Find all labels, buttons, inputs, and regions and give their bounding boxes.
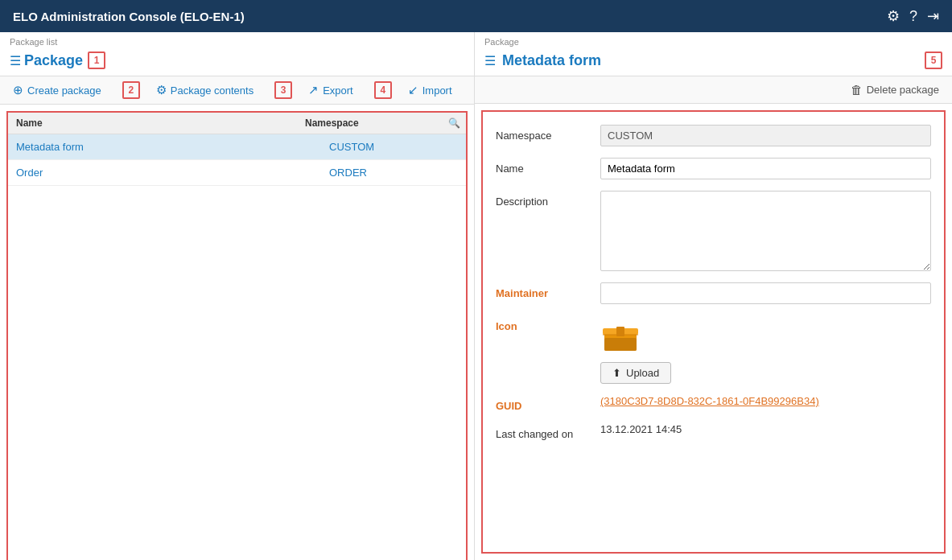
left-panel-title-row: ☰ Package 1 (0, 48, 474, 76)
maintainer-label: Maintainer (496, 282, 600, 299)
name-label: Name (496, 158, 600, 175)
package-icon-box (600, 315, 641, 356)
left-panel-title: Package (24, 52, 83, 69)
right-toolbar: 🗑 Delete package (475, 76, 952, 104)
package-table: Name Namespace 🔍 Metadata form CUSTOM Or… (6, 111, 468, 560)
create-package-button[interactable]: ⊕ Create package (10, 81, 105, 99)
list-icon-right: ☰ (484, 53, 496, 68)
form-row-maintainer: Maintainer (496, 282, 931, 304)
last-changed-label: Last changed on (496, 423, 600, 440)
table-header: Name Namespace 🔍 (8, 113, 466, 134)
left-panel-breadcrumb: Package list (0, 32, 474, 48)
right-panel-title-row: ☰ Metadata form 5 (475, 48, 952, 76)
guid-label: GUID (496, 395, 600, 412)
import-button[interactable]: ↙ Import (405, 81, 455, 99)
annotation-2: 2 (122, 81, 140, 99)
upload-label: Upload (626, 367, 659, 379)
namespace-label: Namespace (496, 125, 600, 142)
name-input[interactable] (600, 158, 931, 179)
form-row-description: Description (496, 191, 931, 271)
right-panel-title: Metadata form (502, 52, 601, 69)
row-name: Order (8, 160, 321, 185)
create-package-icon: ⊕ (13, 83, 23, 97)
description-input[interactable] (600, 191, 931, 271)
col-namespace-header: Namespace (297, 113, 442, 134)
import-label: Import (422, 84, 452, 97)
app-header: ELO Administration Console (ELO-EN-1) ⚙ … (0, 0, 952, 32)
app-title: ELO Administration Console (ELO-EN-1) (13, 10, 245, 23)
icon-label: Icon (496, 315, 600, 332)
upload-icon: ⬆ (612, 367, 621, 379)
delete-icon: 🗑 (851, 83, 863, 97)
form-row-name: Name (496, 158, 931, 179)
row-name-link[interactable]: Metadata form (16, 141, 84, 153)
right-panel-breadcrumb: Package (475, 32, 952, 48)
form-row-icon: Icon (496, 315, 931, 384)
export-label: Export (323, 84, 353, 97)
annotation-3: 3 (274, 81, 292, 99)
col-name-header: Name (8, 113, 297, 134)
form-row-last-changed: Last changed on 13.12.2021 14:45 (496, 423, 931, 440)
header-icons: ⚙ ? ⇥ (887, 7, 939, 25)
package-contents-button[interactable]: ⚙ Package contents (153, 81, 257, 99)
row-namespace: ORDER (321, 160, 466, 185)
export-icon: ↗ (308, 83, 319, 97)
package-contents-icon: ⚙ (156, 83, 167, 97)
maintainer-input[interactable] (600, 282, 931, 304)
right-panel: Package ☰ Metadata form 5 🗑 Delete packa… (475, 32, 952, 560)
upload-button[interactable]: ⬆ Upload (600, 362, 671, 384)
help-icon[interactable]: ? (909, 8, 917, 25)
left-toolbar: ⊕ Create package 2 ⚙ Package contents 3 … (0, 76, 474, 105)
create-package-label: Create package (27, 84, 101, 97)
description-label: Description (496, 191, 600, 208)
search-icon[interactable]: 🔍 (442, 113, 466, 134)
left-panel: Package list ☰ Package 1 ⊕ Create packag… (0, 32, 475, 560)
guid-value[interactable]: (3180C3D7-8D8D-832C-1861-0F4B99296B34) (600, 395, 819, 407)
annotation-5: 5 (925, 51, 942, 69)
package-contents-label: Package contents (171, 84, 253, 97)
annotation-1: 1 (88, 51, 105, 69)
namespace-input[interactable] (600, 125, 931, 146)
svg-rect-3 (604, 338, 637, 351)
main-container: Package list ☰ Package 1 ⊕ Create packag… (0, 32, 952, 560)
export-button[interactable]: ↗ Export (305, 81, 356, 99)
last-changed-value: 13.12.2021 14:45 (600, 423, 682, 435)
delete-package-label: Delete package (867, 84, 939, 96)
logout-icon[interactable]: ⇥ (927, 7, 939, 25)
annotation-4: 4 (374, 81, 392, 99)
import-icon: ↙ (408, 83, 418, 97)
row-name: Metadata form (8, 134, 321, 159)
row-namespace: CUSTOM (321, 134, 466, 159)
row-name-link[interactable]: Order (16, 167, 43, 179)
form-row-namespace: Namespace (496, 125, 931, 146)
table-row[interactable]: Metadata form CUSTOM (8, 134, 466, 160)
form-row-guid: GUID (3180C3D7-8D8D-832C-1861-0F4B99296B… (496, 395, 931, 412)
right-content: Namespace Name Description Maintainer Ic… (481, 110, 946, 554)
package-svg-icon (602, 319, 639, 352)
table-row[interactable]: Order ORDER (8, 160, 466, 186)
delete-package-button[interactable]: 🗑 Delete package (847, 81, 942, 98)
settings-icon[interactable]: ⚙ (887, 7, 900, 25)
icon-section: ⬆ Upload (600, 315, 671, 384)
list-icon: ☰ (10, 53, 21, 68)
